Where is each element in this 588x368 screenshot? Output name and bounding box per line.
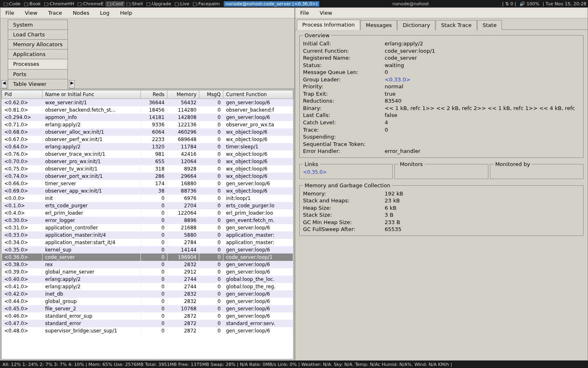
taskbar-second-window[interactable]: nonode@nohost: [391, 1, 431, 7]
cell: 174: [140, 180, 167, 187]
col-msgq[interactable]: MsgQ: [199, 90, 223, 99]
table-row[interactable]: <0.294.0>appmon_info141811428080gen_serv…: [2, 114, 293, 121]
taskbar-workspace[interactable]: □:Facepalm: [191, 1, 221, 7]
cell: erts_code_purger: [42, 202, 141, 209]
table-row[interactable]: <0.1.0>erts_code_purger027040erts_code_p…: [2, 202, 293, 209]
cell: 2233: [140, 136, 167, 143]
menu-file[interactable]: File: [3, 9, 17, 17]
table-row[interactable]: <0.46.0>standard_error_sup028720gen_serv…: [2, 312, 293, 320]
menu-view[interactable]: View: [22, 9, 40, 17]
cell: 2872: [167, 320, 199, 327]
table-row[interactable]: <0.71.0>erlang:apply/293361221360observe…: [2, 121, 293, 128]
cell: standard_error:serv.: [223, 320, 293, 327]
taskbar-workspace[interactable]: □:Upgrade: [145, 1, 173, 7]
col-reds[interactable]: Reds: [140, 90, 167, 99]
taskbar-workspace[interactable]: □:Live: [173, 1, 191, 7]
table-row[interactable]: <0.36.0>code_server01969040code_server:l…: [2, 254, 293, 261]
taskbar-window-title[interactable]: nonode@nohost:code_server (<0.36.0>): [224, 1, 319, 7]
cell: <0.36.0>: [2, 254, 42, 261]
cell: 689648: [167, 136, 199, 143]
cell: 5880: [167, 231, 199, 239]
taskbar-workspace[interactable]: □:Book: [22, 1, 42, 7]
table-row[interactable]: <0.76.0>observer_trace_wx:init/198142416…: [2, 150, 293, 158]
table-row[interactable]: <0.68.0>observer_alloc_wx:init/160644602…: [2, 128, 293, 136]
cell: 0: [199, 158, 223, 165]
menu-log[interactable]: Log: [98, 9, 112, 17]
table-row[interactable]: <0.40.0>erlang:apply/2027440global:loop_…: [2, 276, 293, 283]
table-row[interactable]: <0.62.0>wxe_server:init/136644564320gen_…: [2, 99, 293, 107]
cell: <0.39.0>: [2, 268, 42, 276]
taskbar-workspace[interactable]: □:Shell: [125, 1, 145, 7]
tab-load-charts[interactable]: Load Charts: [8, 29, 68, 39]
col-current-function[interactable]: Current Function: [223, 90, 293, 99]
cell: 0: [199, 121, 223, 128]
table-row[interactable]: <0.0.0>init069760init:loop/1: [2, 195, 293, 202]
table-row[interactable]: <0.81.0>observer_backend:fetch_st...1845…: [2, 106, 293, 114]
table-row[interactable]: <0.42.0>inet_db028320gen_server:loop/6: [2, 290, 293, 298]
tab-memory-allocators[interactable]: Memory Allocators: [8, 39, 68, 49]
cell: 0: [199, 209, 223, 217]
taskbar-workspace[interactable]: □:ChromeHH: [42, 1, 76, 7]
table-row[interactable]: <0.75.0>observer_tv_wx:init/131889280wx_…: [2, 165, 293, 173]
overview-value: code_server:loop/1: [385, 47, 580, 55]
table-row[interactable]: <0.35.0>kernel_sup0141440gen_server:loop…: [2, 246, 293, 254]
cell: <0.67.0>: [2, 136, 42, 143]
tab-process-information[interactable]: Process Information: [297, 20, 360, 30]
table-row[interactable]: <0.30.0>error_logger088960gen_event:fetc…: [2, 217, 293, 224]
table-row[interactable]: <0.70.0>observer_pro_wx:init/1655120640w…: [2, 158, 293, 165]
tab-state[interactable]: State: [477, 20, 502, 30]
tab-scroll-left[interactable]: ◀: [1, 80, 7, 88]
taskbar-workspace[interactable]: □:Conf: [105, 1, 125, 7]
tab-table-viewer[interactable]: Table Viewer: [8, 79, 68, 89]
cell: supervisor_bridge:user_sup/1: [42, 327, 141, 334]
table-row[interactable]: <0.69.0>observer_app_wx:init/138887360wx…: [2, 187, 293, 195]
taskbar-volume[interactable]: 🔊 100%: [519, 1, 539, 7]
process-table-wrap[interactable]: PidName or Initial FuncRedsMemoryMsgQCur…: [1, 90, 294, 359]
table-row[interactable]: <0.4.0>erl_prim_loader01220640erl_prim_l…: [2, 209, 293, 217]
cell: 88736: [167, 187, 199, 195]
cell: <0.62.0>: [2, 99, 42, 107]
table-row[interactable]: <0.74.0>observer_port_wx:init/1286296640…: [2, 173, 293, 180]
overview-key: Catch Level:: [303, 119, 385, 126]
tab-applications[interactable]: Applications: [8, 49, 68, 59]
menu-file[interactable]: File: [298, 9, 312, 17]
col-name-or-initial-func[interactable]: Name or Initial Func: [42, 90, 141, 99]
cell: 0: [199, 106, 223, 114]
table-row[interactable]: <0.41.0>erlang:apply/2027440global:loop_…: [2, 283, 293, 290]
tab-ports[interactable]: Ports: [8, 69, 68, 79]
table-row[interactable]: <0.67.0>observer_perf_wx:init/1223368964…: [2, 136, 293, 143]
table-row[interactable]: <0.48.0>supervisor_bridge:user_sup/10287…: [2, 327, 293, 334]
menu-view[interactable]: View: [317, 9, 335, 17]
col-memory[interactable]: Memory: [167, 90, 199, 99]
menu-trace[interactable]: Trace: [46, 9, 65, 17]
taskbar-workspace[interactable]: □:Code: [2, 1, 22, 7]
cell: <0.66.0>: [2, 180, 42, 187]
links-fieldset: Links <0.35.0>: [299, 161, 393, 179]
link-pid[interactable]: <0.35.0>: [303, 169, 327, 175]
cell: 142808: [167, 114, 199, 121]
tab-scroll-right[interactable]: ▶: [69, 80, 75, 88]
table-row[interactable]: <0.45.0>file_server_20107680gen_server:l…: [2, 305, 293, 312]
taskbar-workspace[interactable]: □:ChromeE: [76, 1, 105, 7]
col-pid[interactable]: Pid: [2, 90, 42, 99]
overview-value[interactable]: <0.33.0>: [385, 76, 580, 83]
table-row[interactable]: <0.39.0>global_name_server029120gen_serv…: [2, 268, 293, 276]
menu-nodes[interactable]: Nodes: [70, 9, 92, 17]
tab-messages[interactable]: Messages: [361, 20, 397, 30]
table-row[interactable]: <0.47.0>standard_error028720standard_err…: [2, 320, 293, 327]
menu-help[interactable]: Help: [118, 9, 135, 17]
tab-dictionary[interactable]: Dictionary: [397, 20, 435, 30]
table-row[interactable]: <0.66.0>timer_server174168800gen_server:…: [2, 180, 293, 187]
tab-stack-trace[interactable]: Stack Trace: [436, 20, 477, 30]
table-row[interactable]: <0.34.0>application_master:start_it/4027…: [2, 239, 293, 246]
cell: <0.1.0>: [2, 202, 42, 209]
cell: erl_prim_loader: [42, 209, 141, 217]
table-row[interactable]: <0.31.0>application_controller0216880gen…: [2, 224, 293, 231]
table-row[interactable]: <0.64.0>erlang:apply/21320117840timer:sl…: [2, 143, 293, 150]
table-row[interactable]: <0.38.0>rex028320gen_server:loop/6: [2, 261, 293, 268]
tab-system[interactable]: System: [8, 20, 68, 29]
table-row[interactable]: <0.33.0>application_master:init/4058800a…: [2, 231, 293, 239]
tab-processes[interactable]: Processes: [8, 59, 68, 69]
table-row[interactable]: <0.44.0>global_group028320gen_server:loo…: [2, 298, 293, 305]
cell: <0.45.0>: [2, 305, 42, 312]
